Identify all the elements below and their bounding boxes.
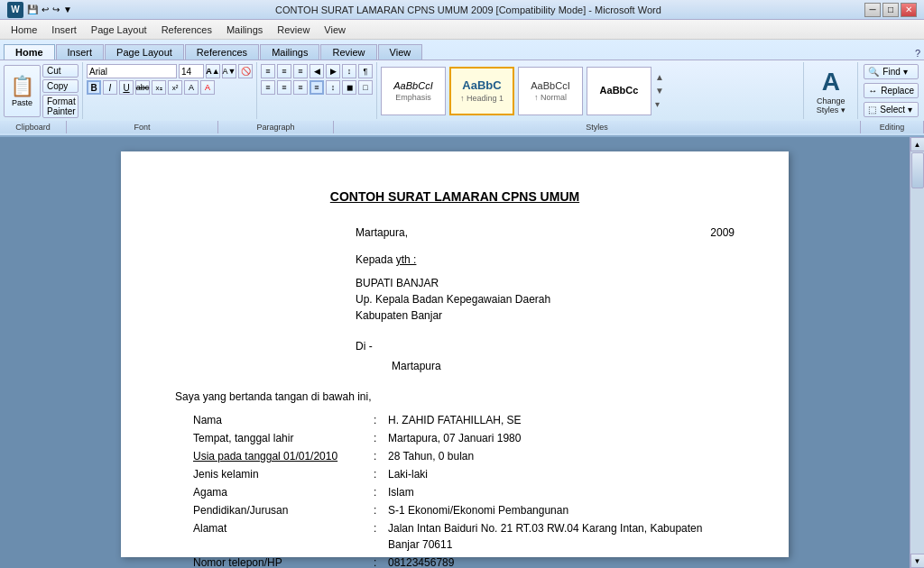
scroll-down-button[interactable]: ▼ — [910, 554, 925, 568]
copy-button[interactable]: Copy — [42, 79, 79, 93]
colon-7: : — [374, 554, 388, 568]
table-row: Usia pada tanggal 01/01/2010 : 28 Tahun,… — [193, 448, 735, 464]
menu-view[interactable]: View — [317, 23, 353, 37]
menu-insert[interactable]: Insert — [44, 23, 84, 37]
window-icon-area: W 💾 ↩ ↪ ▼ — [7, 2, 72, 18]
multilevel-button[interactable]: ≡ — [293, 64, 308, 78]
replace-button[interactable]: ↔ Replace — [864, 83, 919, 98]
date-city: Martapura, — [356, 224, 408, 241]
subscript-button[interactable]: x₂ — [152, 80, 166, 95]
title-bar: W 💾 ↩ ↪ ▼ CONTOH SURAT LAMARAN CPNS UMUM… — [0, 0, 924, 20]
center-button[interactable]: ≡ — [277, 80, 291, 95]
font-size-select[interactable] — [179, 64, 204, 78]
quick-redo-btn[interactable]: ↪ — [52, 5, 60, 14]
bullets-button[interactable]: ≡ — [261, 64, 275, 78]
menu-mailings[interactable]: Mailings — [219, 23, 270, 37]
value-ttl: Martapura, 07 Januari 1980 — [388, 430, 735, 446]
font-group: A▲ A▼ 🚫 B I U abc x₂ x² A A — [83, 62, 257, 119]
table-row: Alamat : Jalan Intan Baiduri No. 21 RT.0… — [193, 520, 735, 553]
clipboard-group: 📋 Paste Cut Copy Format Painter — [0, 62, 83, 119]
shading-button[interactable]: ◼ — [342, 80, 356, 95]
value-telepon: 08123456789 — [388, 554, 735, 568]
scroll-up-button[interactable]: ▲ — [910, 137, 925, 151]
label-telepon: Nomor telepon/HP — [193, 554, 374, 568]
style-strong[interactable]: AaBbCc — [587, 67, 651, 115]
tab-home[interactable]: Home — [4, 44, 55, 60]
line-spacing-button[interactable]: ↕ — [326, 80, 340, 95]
align-left-button[interactable]: ≡ — [261, 80, 275, 95]
menu-page-layout[interactable]: Page Layout — [84, 23, 154, 37]
close-button[interactable]: ✕ — [901, 3, 917, 17]
scroll-track[interactable] — [910, 151, 925, 554]
font-color-button[interactable]: A — [200, 80, 215, 95]
superscript-button[interactable]: x² — [168, 80, 182, 95]
strong-sample: AaBbCc — [600, 85, 639, 96]
label-jk: Jenis kelamin — [193, 466, 374, 482]
style-normal[interactable]: AaBbCcI ↑ Normal — [518, 67, 583, 115]
colon-5: : — [374, 502, 388, 518]
sort-button[interactable]: ↕ — [342, 64, 356, 78]
justify-button[interactable]: ≡ — [310, 80, 324, 95]
underline-button[interactable]: U — [119, 80, 134, 95]
select-button[interactable]: ⬚ Select ▾ — [864, 102, 919, 117]
scroll-thumb[interactable] — [911, 152, 924, 188]
menu-references[interactable]: References — [154, 23, 219, 37]
label-pendidikan: Pendidikan/Jurusan — [193, 502, 374, 518]
font-row-2: B I U abc x₂ x² A A — [87, 80, 253, 95]
bold-button[interactable]: B — [87, 80, 101, 95]
document-area: CONTOH SURAT LAMARAN CPNS UMUM Martapura… — [0, 137, 924, 568]
tab-mailings[interactable]: Mailings — [260, 44, 319, 60]
show-hide-button[interactable]: ¶ — [358, 64, 373, 78]
normal-label: ↑ Normal — [534, 93, 567, 102]
styles-down-button[interactable]: ▼ — [655, 86, 664, 96]
styles-more-button[interactable]: ▾ — [655, 99, 664, 109]
di-section: Di - — [356, 338, 735, 354]
menu-review[interactable]: Review — [270, 23, 317, 37]
para-row-1: ≡ ≡ ≡ ◀ ▶ ↕ ¶ — [261, 64, 373, 78]
italic-button[interactable]: I — [103, 80, 117, 95]
recipient-name: BUPATI BANJAR — [356, 275, 735, 291]
document-page[interactable]: CONTOH SURAT LAMARAN CPNS UMUM Martapura… — [121, 151, 789, 557]
tab-page-layout[interactable]: Page Layout — [105, 44, 184, 60]
menu-home[interactable]: Home — [4, 23, 44, 37]
quick-save-btn[interactable]: 💾 — [27, 5, 38, 14]
ribbon: Home Insert Page Layout References Maili… — [0, 40, 924, 137]
heading1-label: ↑ Heading 1 — [460, 94, 504, 103]
editing-label: Editing — [861, 121, 924, 133]
format-painter-button[interactable]: Format Painter — [42, 95, 79, 118]
quick-access-arrow[interactable]: ▼ — [63, 5, 72, 14]
font-grow-button[interactable]: A▲ — [206, 64, 220, 78]
tab-insert[interactable]: Insert — [56, 44, 105, 60]
maximize-button[interactable]: □ — [882, 3, 899, 17]
font-shrink-button[interactable]: A▼ — [222, 64, 236, 78]
align-right-button[interactable]: ≡ — [293, 80, 308, 95]
select-label: Select ▾ — [880, 105, 912, 115]
cut-button[interactable]: Cut — [42, 64, 79, 78]
tab-view[interactable]: View — [378, 44, 423, 60]
change-styles-group: A ChangeStyles ▾ — [804, 62, 858, 119]
help-button[interactable]: ? — [915, 48, 920, 59]
styles-up-button[interactable]: ▲ — [655, 72, 664, 82]
increase-indent-button[interactable]: ▶ — [326, 64, 340, 78]
decrease-indent-button[interactable]: ◀ — [310, 64, 324, 78]
document-scroll[interactable]: CONTOH SURAT LAMARAN CPNS UMUM Martapura… — [0, 137, 910, 568]
value-pendidikan: S-1 Ekonomi/Ekonomi Pembangunan — [388, 502, 735, 518]
tab-references[interactable]: References — [185, 44, 259, 60]
strikethrough-button[interactable]: abc — [135, 80, 150, 95]
quick-undo-btn[interactable]: ↩ — [42, 5, 49, 14]
clipboard-small-buttons: Cut Copy Format Painter — [42, 64, 79, 118]
paste-button[interactable]: 📋 Paste — [4, 65, 41, 117]
vertical-scrollbar[interactable]: ▲ ▼ — [910, 137, 924, 568]
text-highlight-button[interactable]: A — [184, 80, 199, 95]
borders-button[interactable]: □ — [358, 80, 373, 95]
clear-formatting-button[interactable]: 🚫 — [238, 64, 253, 78]
tab-review[interactable]: Review — [320, 44, 376, 60]
minimize-button[interactable]: ─ — [864, 3, 881, 17]
change-styles-button[interactable]: A ChangeStyles ▾ — [817, 68, 845, 115]
colon-1: : — [374, 430, 388, 446]
numbering-button[interactable]: ≡ — [277, 64, 291, 78]
find-button[interactable]: 🔍 Find ▾ — [864, 64, 919, 79]
font-name-select[interactable] — [87, 64, 177, 78]
style-heading1[interactable]: AaBbC ↑ Heading 1 — [449, 67, 514, 115]
style-emphasis[interactable]: AaBbCcI Emphasis — [381, 67, 446, 115]
